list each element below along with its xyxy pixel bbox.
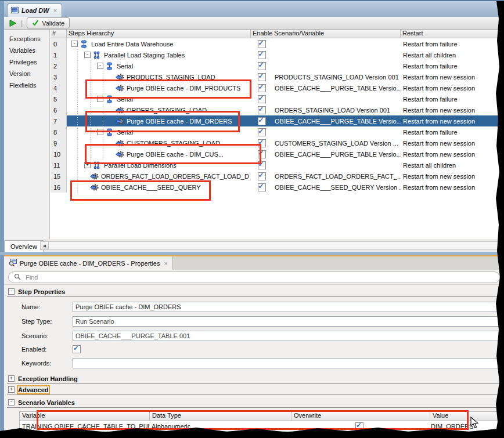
restart-cell[interactable]: Restart from new session xyxy=(401,115,504,126)
row-number: 2 xyxy=(51,60,67,71)
section-exception-handling[interactable]: + Exception Handling xyxy=(7,374,499,384)
section-step-properties[interactable]: - Step Properties xyxy=(7,287,499,297)
properties-tabbar: Purge OBIEE cache - DIM_ORDERS - Propert… xyxy=(4,255,504,270)
scenario-label: Scenario: xyxy=(21,332,73,339)
col-header-enabled: Enabled xyxy=(251,30,272,38)
collapse-icon[interactable]: - xyxy=(71,41,78,47)
sidebar-item-version[interactable]: Version xyxy=(4,68,49,80)
restart-cell[interactable]: Restart all children xyxy=(401,160,504,171)
scroll-left-icon[interactable]: ◀ xyxy=(41,242,49,249)
enabled-checkbox[interactable] xyxy=(258,73,266,81)
restart-cell[interactable]: Restart from failure xyxy=(401,93,504,104)
tree-indent-guide xyxy=(71,137,84,149)
restart-cell[interactable]: Restart from failure xyxy=(401,60,504,71)
restart-cell[interactable]: Restart all children xyxy=(401,49,504,60)
tree-indent-guide xyxy=(71,115,84,126)
tab-overview[interactable]: Overview xyxy=(4,240,44,252)
section-label: Scenario Variables xyxy=(18,399,75,406)
collapse-icon[interactable]: - xyxy=(97,63,103,69)
table-row[interactable]: 1-Parallel Load Staging TablesRestart al… xyxy=(51,49,504,60)
restart-cell[interactable]: Restart from failure xyxy=(401,126,504,137)
restart-cell[interactable]: Restart from new session xyxy=(401,149,504,160)
tree-indent-guide xyxy=(71,71,84,82)
expand-icon[interactable]: + xyxy=(8,375,15,382)
enabled-cell xyxy=(251,171,272,182)
expand-icon[interactable]: + xyxy=(8,386,15,393)
enabled-checkbox[interactable] xyxy=(258,62,266,70)
restart-cell[interactable]: Restart from new session xyxy=(401,104,504,115)
close-icon[interactable]: × xyxy=(164,260,167,266)
restart-cell[interactable]: Restart from failure xyxy=(401,38,504,49)
row-number: 3 xyxy=(51,71,67,82)
sidebar-item-variables[interactable]: Variables xyxy=(4,45,49,57)
validate-button[interactable]: Validate xyxy=(27,17,70,28)
step-cell: -Parallel Load Staging Tables xyxy=(67,49,251,60)
table-row[interactable]: 2-SerialRestart from failure xyxy=(51,60,504,71)
annotation-box-variable-row xyxy=(37,410,469,430)
section-scenario-variables[interactable]: - Scenario Variables xyxy=(7,398,499,408)
collapse-icon[interactable]: - xyxy=(84,52,91,58)
step-label: ORDERS_FACT_LOAD_ORDERS_FACT_LOAD_D xyxy=(101,173,249,180)
scenario-cell xyxy=(272,126,401,137)
section-advanced[interactable]: + Advanced xyxy=(7,385,499,395)
enabled-checkbox[interactable] xyxy=(258,117,266,125)
table-row[interactable]: 0-Load Entire Data WarehouseRestart from… xyxy=(51,38,504,49)
odi-window: Load DW × | Validate ExceptionsVariables… xyxy=(0,0,504,438)
sidebar-item-privileges[interactable]: Privileges xyxy=(4,57,49,68)
enabled-cell xyxy=(251,93,272,104)
row-number: 16 xyxy=(51,182,67,193)
enabled-checkbox[interactable] xyxy=(258,51,266,59)
close-icon[interactable]: × xyxy=(53,8,57,13)
row-number: 10 xyxy=(51,149,67,160)
name-field[interactable] xyxy=(73,302,499,312)
enabled-cell xyxy=(251,38,272,49)
enabled-checkbox[interactable] xyxy=(258,84,266,92)
annotation-box-seed-query xyxy=(70,180,211,201)
toolbar-separator: | xyxy=(21,19,23,27)
restart-cell[interactable]: Restart from new session xyxy=(401,137,504,149)
step-type-field xyxy=(73,316,499,327)
enabled-cell xyxy=(251,60,272,71)
search-input[interactable] xyxy=(24,273,494,281)
row-number: 8 xyxy=(51,126,67,137)
section-label: Exception Handling xyxy=(18,375,78,382)
search-icon xyxy=(14,272,21,283)
sidebar-item-exceptions[interactable]: Exceptions xyxy=(4,34,49,45)
restart-cell[interactable]: Restart from new session xyxy=(401,171,504,182)
run-button[interactable] xyxy=(9,19,17,27)
tree-indent-guide xyxy=(71,104,84,115)
parallel-icon xyxy=(93,51,102,59)
restart-cell[interactable]: Restart from new session xyxy=(401,71,504,82)
enabled-label: Enabled: xyxy=(21,346,73,353)
enabled-checkbox[interactable] xyxy=(258,172,266,180)
enabled-row: Enabled: xyxy=(21,345,499,353)
enabled-checkbox[interactable] xyxy=(73,345,81,353)
enabled-checkbox[interactable] xyxy=(258,183,266,191)
collapse-icon[interactable]: - xyxy=(8,288,15,295)
enabled-checkbox[interactable] xyxy=(258,40,266,48)
keywords-field[interactable] xyxy=(73,358,499,368)
serial-icon xyxy=(80,40,89,48)
scenario-icon xyxy=(90,172,99,180)
scenario-cell: ORDERS_FACT_LOAD_ORDERS_FACT_... xyxy=(272,171,401,182)
col-header-num: # xyxy=(51,30,67,38)
tree-indent-guide xyxy=(71,126,84,137)
restart-cell[interactable]: Restart from new session xyxy=(401,182,504,193)
horizontal-scrollbar[interactable]: ◀ xyxy=(40,241,501,250)
enabled-checkbox[interactable] xyxy=(258,106,266,114)
restart-cell[interactable]: Restart from new session xyxy=(401,82,504,93)
enabled-checkbox[interactable] xyxy=(258,128,266,136)
scenario-cell: PRODUCTS_STAGING_LOAD Version 001 xyxy=(272,71,401,82)
scenario-field xyxy=(73,331,499,341)
tab-properties[interactable]: Purge OBIEE cache - DIM_ORDERS - Propert… xyxy=(4,256,173,270)
annotation-box-purge-customers xyxy=(85,144,261,164)
enabled-cell xyxy=(251,82,272,93)
collapse-icon[interactable]: - xyxy=(8,399,15,406)
sidebar-item-flexfields[interactable]: Flexfields xyxy=(4,80,49,92)
step-cell: -Serial xyxy=(67,60,251,71)
enabled-checkbox[interactable] xyxy=(258,95,266,103)
find-field[interactable] xyxy=(8,272,500,283)
col-header-scenario: Scenario/Variable xyxy=(272,30,401,38)
tab-load-dw[interactable]: Load DW × xyxy=(7,3,62,17)
row-number: 11 xyxy=(51,160,67,171)
